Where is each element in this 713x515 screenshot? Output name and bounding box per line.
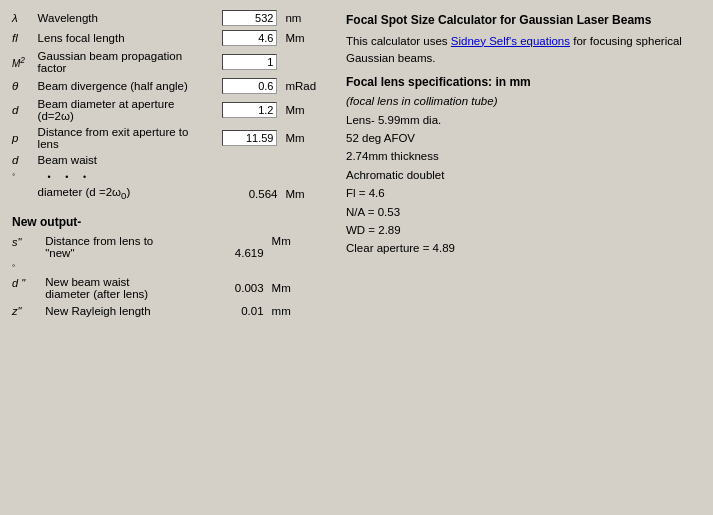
beam-waist-label-row: d Beam waist xyxy=(8,152,328,168)
beam-waist-dot-symbol: ° xyxy=(8,168,34,184)
lens-focal-value-cell[interactable] xyxy=(208,28,281,48)
distance-exit-symbol: p xyxy=(8,124,34,152)
output-distance-row: s" Distance from lens to "new" 4.619 Mm xyxy=(8,233,328,261)
gaussian-prop-symbol: M2 xyxy=(8,48,34,76)
output-dot-row: ° xyxy=(8,261,328,274)
beam-divergence-label: Beam divergence (half angle) xyxy=(34,76,209,96)
wavelength-input[interactable] xyxy=(222,10,277,26)
beam-waist-dots-row: ° • • • xyxy=(8,168,328,184)
lens-focal-label: Lens focal length xyxy=(34,28,209,48)
focal-spec-line-7: Clear aperture = 4.89 xyxy=(346,239,697,257)
beam-waist-empty xyxy=(208,152,281,168)
output-beam-waist-row: d " New beam waist diameter (after lens)… xyxy=(8,274,328,302)
beam-waist-dots: • • • xyxy=(34,168,328,184)
gaussian-prop-unit xyxy=(281,48,328,76)
new-output-header: New output- xyxy=(8,209,328,233)
beam-divergence-input[interactable] xyxy=(222,78,277,94)
output-distance-value: 4.619 xyxy=(177,233,268,261)
gaussian-prop-input[interactable] xyxy=(222,54,277,70)
focal-spec-line-4: Fl = 4.6 xyxy=(346,184,697,202)
beam-diameter-unit: Mm xyxy=(281,96,328,124)
right-panel: Focal Spot Size Calculator for Gaussian … xyxy=(338,8,705,319)
wavelength-row: λ Wavelength nm xyxy=(8,8,328,28)
right-desc-pre: This calculator uses xyxy=(346,35,451,47)
sidney-link[interactable]: Sidney Self's equations xyxy=(451,35,570,47)
beam-divergence-value-cell[interactable] xyxy=(208,76,281,96)
output-rayleigh-unit: mm xyxy=(268,302,328,319)
wavelength-value-cell[interactable] xyxy=(208,8,281,28)
beam-divergence-row: θ Beam divergence (half angle) mRad xyxy=(8,76,328,96)
gaussian-prop-row: M2 Gaussian beam propagation factor xyxy=(8,48,328,76)
right-description: This calculator uses Sidney Self's equat… xyxy=(346,33,697,68)
output-rayleigh-value: 0.01 xyxy=(177,302,268,319)
focal-specs-subtitle: (focal lens in collimation tube) xyxy=(346,92,697,110)
lens-focal-row: fl Lens focal length Mm xyxy=(8,28,328,48)
distance-exit-unit: Mm xyxy=(281,124,328,152)
output-dot-symbol: ° xyxy=(8,261,41,274)
distance-exit-value-cell[interactable] xyxy=(208,124,281,152)
beam-waist-diameter-symbol xyxy=(8,184,34,203)
focal-spec-line-5: N/A = 0.53 xyxy=(346,203,697,221)
focal-specs-title: Focal lens specifications: in mm xyxy=(346,75,697,89)
wavelength-symbol: λ xyxy=(8,8,34,28)
output-beam-waist-value: 0.003 xyxy=(177,274,268,302)
focal-specs-subtitle-text: (focal lens in collimation tube) xyxy=(346,95,498,107)
focal-specs-title-text: Focal lens specifications: xyxy=(346,75,492,89)
output-rayleigh-symbol: z" xyxy=(8,302,41,319)
beam-diameter-symbol: d xyxy=(8,96,34,124)
distance-exit-input[interactable] xyxy=(222,130,277,146)
beam-divergence-symbol: θ xyxy=(8,76,34,96)
focal-spec-line-1: 52 deg AFOV xyxy=(346,129,697,147)
output-dot-empty xyxy=(41,261,328,274)
lens-focal-input[interactable] xyxy=(222,30,277,46)
lens-focal-symbol: fl xyxy=(8,28,34,48)
focal-spec-line-6: WD = 2.89 xyxy=(346,221,697,239)
beam-divergence-unit: mRad xyxy=(281,76,328,96)
beam-waist-diameter-unit: Mm xyxy=(281,184,328,203)
distance-exit-row: p Distance from exit aperture to lens Mm xyxy=(8,124,328,152)
wavelength-label: Wavelength xyxy=(34,8,209,28)
right-title: Focal Spot Size Calculator for Gaussian … xyxy=(346,12,697,29)
beam-waist-symbol: d xyxy=(8,152,34,168)
beam-waist-diameter-value: 0.564 xyxy=(249,188,278,200)
distance-exit-label: Distance from exit aperture to lens xyxy=(34,124,209,152)
beam-diameter-input[interactable] xyxy=(222,102,277,118)
gaussian-prop-value-cell[interactable] xyxy=(208,48,281,76)
beam-waist-diameter-value-cell: 0.564 xyxy=(208,184,281,203)
output-distance-symbol: s" xyxy=(8,233,41,261)
output-distance-value-text: 4.619 xyxy=(181,247,264,259)
output-beam-waist-label: New beam waist diameter (after lens) xyxy=(41,274,177,302)
focal-spec-line-0: Lens- 5.99mm dia. xyxy=(346,111,697,129)
beam-diameter-row: d Beam diameter at aperture (d=2ω) Mm xyxy=(8,96,328,124)
beam-waist-unit-empty xyxy=(281,152,328,168)
output-distance-unit: Mm xyxy=(268,233,328,261)
output-rayleigh-row: z" New Rayleigh length 0.01 mm xyxy=(8,302,328,319)
output-distance-label: Distance from lens to "new" xyxy=(41,233,177,261)
focal-specs-unit: in mm xyxy=(492,75,531,89)
focal-specs-lines: Lens- 5.99mm dia. 52 deg AFOV 2.74mm thi… xyxy=(346,111,697,258)
focal-spec-line-3: Achromatic doublet xyxy=(346,166,697,184)
focal-spec-line-2: 2.74mm thickness xyxy=(346,147,697,165)
output-beam-waist-unit: Mm xyxy=(268,274,328,302)
output-beam-waist-symbol: d " xyxy=(8,274,41,302)
gaussian-prop-label: Gaussian beam propagation factor xyxy=(34,48,209,76)
wavelength-unit: nm xyxy=(281,8,328,28)
lens-focal-unit: Mm xyxy=(281,28,328,48)
left-panel: λ Wavelength nm fl Lens focal length Mm xyxy=(8,8,328,319)
beam-waist-main-label: Beam waist xyxy=(34,152,209,168)
beam-waist-diameter-label: diameter (d =2ω0) xyxy=(34,184,209,203)
output-rayleigh-label: New Rayleigh length xyxy=(41,302,177,319)
beam-waist-diameter-row: diameter (d =2ω0) 0.564 Mm xyxy=(8,184,328,203)
beam-diameter-label: Beam diameter at aperture (d=2ω) xyxy=(34,96,209,124)
beam-diameter-value-cell[interactable] xyxy=(208,96,281,124)
